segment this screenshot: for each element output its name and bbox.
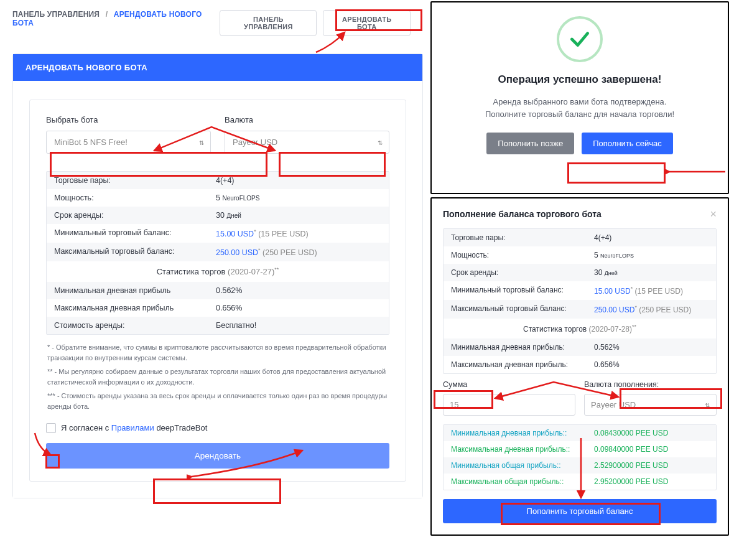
topup-info-table: Торговые пары:4(+4) Мощность:5 NeuroFLOP…: [443, 228, 717, 374]
rent-card: АРЕНДОВАТЬ НОВОГО БОТА Выбрать бота Mini…: [12, 54, 423, 498]
choose-bot-select[interactable]: MiniBot 5 NFS Free! ⇅: [46, 131, 211, 154]
caret-icon: ⇅: [705, 401, 710, 408]
success-modal: Операция успешно завершена! Аренда выбра…: [430, 1, 729, 194]
topup-modal-title: Пополнение баланса торгового бота: [443, 209, 602, 219]
topup-currency-select[interactable]: Payeer USD ⇅: [584, 394, 717, 416]
sum-label: Сумма: [443, 380, 575, 389]
fund-later-button[interactable]: Пополнить позже: [486, 133, 574, 154]
rules-link[interactable]: Правилами: [111, 423, 154, 432]
profit-table: Минимальная дневная прибыль::0.08430000 …: [443, 424, 717, 490]
rent-bot-button[interactable]: АРЕНДОВАТЬ БОТА: [323, 10, 411, 36]
choose-bot-value: MiniBot 5 NFS Free!: [54, 138, 128, 147]
sum-input[interactable]: [443, 394, 575, 416]
choose-bot-label: Выбрать бота: [46, 115, 211, 124]
agree-checkbox[interactable]: [46, 423, 56, 433]
agree-row: Я согласен с Правилами deepTradeBot: [46, 423, 389, 433]
currency-select[interactable]: Payeer USD ⇅: [225, 131, 389, 154]
caret-icon: ⇅: [378, 139, 383, 146]
rent-button[interactable]: Арендовать: [46, 443, 389, 469]
currency-label: Валюта: [225, 115, 389, 124]
fund-now-button[interactable]: Пополнить сейчас: [582, 133, 672, 154]
topup-button[interactable]: Пополнить торговый баланс: [443, 499, 717, 523]
panel-button[interactable]: ПАНЕЛЬ УПРАВЛЕНИЯ: [220, 10, 317, 36]
topup-modal: Пополнение баланса торгового бота × Торг…: [430, 197, 729, 536]
notes: * - Обратите внимание, что суммы в крипт…: [46, 342, 389, 412]
bot-info-table: Торговые пары:4(+4) Мощность:5 NeuroFLOP…: [46, 171, 389, 335]
success-check-icon: [557, 16, 603, 62]
caret-icon: ⇅: [199, 139, 204, 146]
success-title: Операция успешно завершена!: [450, 73, 709, 86]
rent-card-title: АРЕНДОВАТЬ НОВОГО БОТА: [13, 54, 422, 81]
close-icon[interactable]: ×: [710, 208, 717, 220]
currency-value: Payeer USD: [233, 138, 277, 147]
breadcrumb-sep: /: [106, 10, 108, 19]
breadcrumb-root[interactable]: ПАНЕЛЬ УПРАВЛЕНИЯ: [12, 10, 100, 19]
breadcrumb: ПАНЕЛЬ УПРАВЛЕНИЯ / АРЕНДОВАТЬ НОВОГО БО…: [12, 10, 220, 27]
topup-currency-label: Валюта пополнения:: [584, 380, 717, 389]
